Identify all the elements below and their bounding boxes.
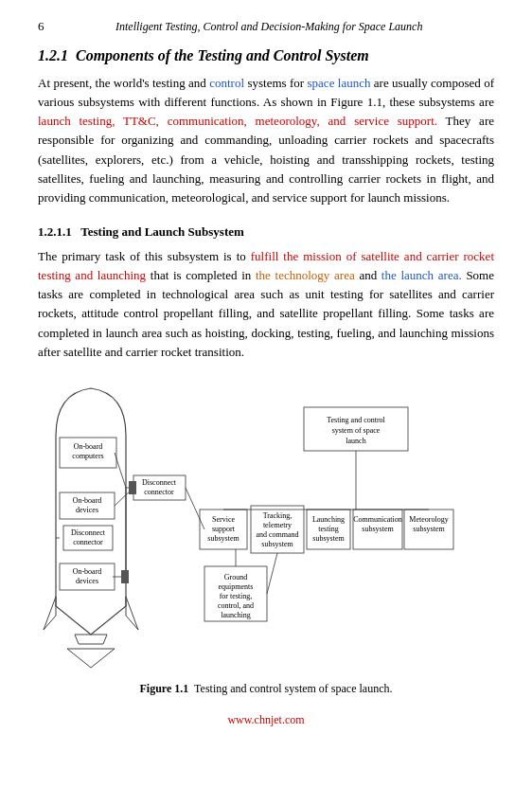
svg-text:testing: testing <box>318 525 338 533</box>
website-url: www.chnjet.com <box>227 713 304 726</box>
page-header: 6 Intelligent Testing, Control and Decis… <box>38 19 494 34</box>
svg-line-4 <box>103 635 107 644</box>
svg-text:Launching: Launching <box>312 515 345 524</box>
svg-text:connector: connector <box>144 488 174 496</box>
svg-text:control, and: control, and <box>218 601 254 610</box>
svg-text:On-board: On-board <box>73 496 102 505</box>
svg-text:and command: and command <box>256 530 298 539</box>
svg-text:Meteorology: Meteorology <box>409 515 448 524</box>
svg-text:Service: Service <box>212 515 235 524</box>
subsection-heading: 1.2.1.1 Testing and Launch Subsystem <box>38 224 494 240</box>
figure-label: Figure 1.1 <box>139 682 188 695</box>
svg-text:subsystem: subsystem <box>312 534 345 543</box>
footer-url: www.chnjet.com <box>38 713 494 727</box>
svg-text:equipments: equipments <box>219 582 254 591</box>
svg-line-55 <box>186 488 204 529</box>
svg-text:Communication: Communication <box>353 515 402 524</box>
svg-text:for testing,: for testing, <box>220 592 253 600</box>
svg-text:subsystem: subsystem <box>261 540 293 548</box>
svg-text:Ground: Ground <box>224 573 247 581</box>
svg-text:devices: devices <box>76 577 98 585</box>
svg-line-63 <box>267 553 277 594</box>
subsection-title: Testing and Launch Subsystem <box>80 224 244 239</box>
section-heading: 1.2.1 Components of the Testing and Cont… <box>38 47 494 64</box>
svg-text:launch: launch <box>346 437 365 445</box>
svg-text:devices: devices <box>76 506 98 514</box>
svg-line-56 <box>115 453 126 488</box>
svg-text:support: support <box>212 525 236 533</box>
svg-marker-0 <box>44 597 56 630</box>
svg-text:Testing and control: Testing and control <box>327 416 385 424</box>
figure-caption: Figure 1.1 Testing and control system of… <box>38 682 494 696</box>
svg-marker-6 <box>67 649 115 668</box>
svg-text:subsystem: subsystem <box>207 534 239 543</box>
svg-text:launching: launching <box>221 611 251 619</box>
svg-text:Disconnect: Disconnect <box>71 528 106 537</box>
subsection-number: 1.2.1.1 <box>38 224 72 239</box>
page-number: 6 <box>38 19 44 34</box>
section-number: 1.2.1 <box>38 47 68 63</box>
svg-text:subsystem: subsystem <box>362 525 394 533</box>
svg-text:connector: connector <box>73 538 103 546</box>
svg-rect-61 <box>129 481 136 494</box>
figure-text: Testing and control system of space laun… <box>194 682 392 695</box>
svg-text:On-board: On-board <box>73 567 102 576</box>
svg-text:subsystem: subsystem <box>413 525 445 533</box>
section-title: Components of the Testing and Control Sy… <box>76 47 369 63</box>
header-title: Intelligent Testing, Control and Decisio… <box>54 20 486 34</box>
diagram-svg: On-board computers On-board devices Disc… <box>39 379 493 672</box>
svg-text:telemetry: telemetry <box>263 521 292 529</box>
diagram: On-board computers On-board devices Disc… <box>39 379 493 672</box>
svg-text:system of space: system of space <box>332 426 381 435</box>
svg-line-3 <box>75 635 79 644</box>
svg-rect-62 <box>121 570 129 583</box>
svg-marker-1 <box>126 597 138 630</box>
svg-text:Disconnect: Disconnect <box>142 478 177 487</box>
paragraph-2: The primary task of this subsystem is to… <box>38 247 494 362</box>
svg-text:Tracking,: Tracking, <box>263 511 293 520</box>
paragraph-1: At present, the world's testing and cont… <box>38 74 494 207</box>
svg-text:computers: computers <box>72 452 103 460</box>
diagram-container: On-board computers On-board devices Disc… <box>38 379 494 672</box>
svg-text:On-board: On-board <box>74 442 103 451</box>
